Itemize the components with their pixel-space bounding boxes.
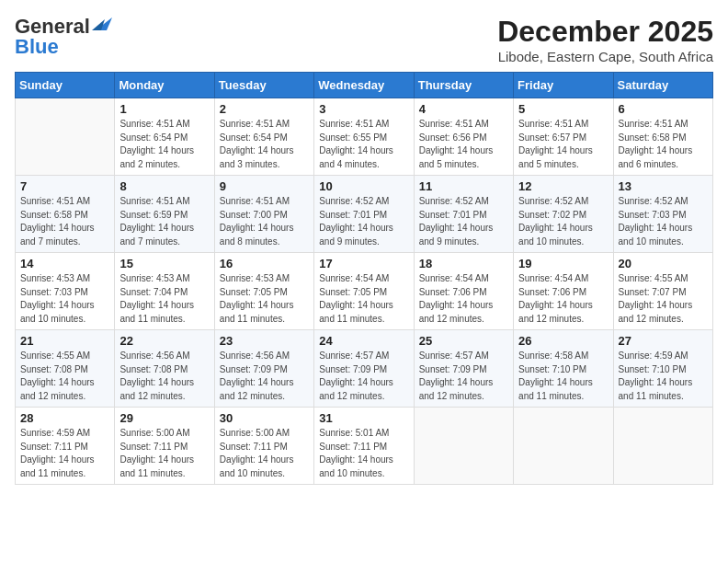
day-number: 19 [518, 257, 608, 270]
title-area: December 2025 Libode, Eastern Cape, Sout… [497, 15, 713, 64]
day-number: 22 [119, 334, 209, 348]
day-detail: Sunrise: 4:52 AM Sunset: 7:03 PM Dayligh… [619, 195, 708, 248]
day-number: 3 [319, 102, 408, 116]
day-number: 2 [220, 102, 309, 116]
weekday-header: Sunday [16, 73, 115, 98]
calendar-cell: 7Sunrise: 4:51 AM Sunset: 6:58 PM Daylig… [16, 176, 115, 253]
day-detail: Sunrise: 4:56 AM Sunset: 7:09 PM Dayligh… [220, 350, 309, 403]
calendar-cell: 2Sunrise: 4:51 AM Sunset: 6:54 PM Daylig… [214, 98, 313, 176]
day-detail: Sunrise: 4:59 AM Sunset: 7:11 PM Dayligh… [20, 427, 109, 480]
weekday-header: Tuesday [214, 73, 313, 98]
header: General Blue December 2025 Libode, Easte… [15, 15, 713, 64]
day-number: 17 [319, 257, 408, 270]
calendar-cell: 23Sunrise: 4:56 AM Sunset: 7:09 PM Dayli… [214, 330, 313, 408]
day-detail: Sunrise: 4:54 AM Sunset: 7:06 PM Dayligh… [419, 272, 508, 326]
calendar-cell: 9Sunrise: 4:51 AM Sunset: 7:00 PM Daylig… [214, 176, 313, 253]
day-number: 31 [319, 411, 408, 425]
calendar-cell [613, 408, 712, 485]
calendar-cell: 16Sunrise: 4:53 AM Sunset: 7:05 PM Dayli… [214, 253, 313, 330]
day-detail: Sunrise: 4:52 AM Sunset: 7:01 PM Dayligh… [319, 195, 408, 248]
day-detail: Sunrise: 4:57 AM Sunset: 7:09 PM Dayligh… [319, 350, 408, 403]
day-detail: Sunrise: 4:51 AM Sunset: 6:56 PM Dayligh… [419, 118, 508, 171]
day-number: 29 [119, 411, 209, 425]
calendar-cell: 21Sunrise: 4:55 AM Sunset: 7:08 PM Dayli… [16, 330, 115, 408]
calendar-cell: 25Sunrise: 4:57 AM Sunset: 7:09 PM Dayli… [414, 330, 513, 408]
day-detail: Sunrise: 4:51 AM Sunset: 7:00 PM Dayligh… [220, 195, 309, 248]
calendar-cell: 26Sunrise: 4:58 AM Sunset: 7:10 PM Dayli… [514, 330, 613, 408]
day-detail: Sunrise: 4:53 AM Sunset: 7:05 PM Dayligh… [220, 272, 309, 326]
day-number: 1 [119, 102, 209, 116]
calendar-cell: 24Sunrise: 4:57 AM Sunset: 7:09 PM Dayli… [314, 330, 414, 408]
day-number: 5 [518, 102, 608, 116]
calendar-cell: 10Sunrise: 4:52 AM Sunset: 7:01 PM Dayli… [314, 176, 414, 253]
weekday-header: Saturday [613, 73, 712, 98]
calendar-cell: 15Sunrise: 4:53 AM Sunset: 7:04 PM Dayli… [115, 253, 214, 330]
calendar-cell: 18Sunrise: 4:54 AM Sunset: 7:06 PM Dayli… [414, 253, 513, 330]
day-number: 12 [518, 179, 608, 193]
day-detail: Sunrise: 4:52 AM Sunset: 7:02 PM Dayligh… [518, 195, 608, 248]
calendar-cell: 20Sunrise: 4:55 AM Sunset: 7:07 PM Dayli… [613, 253, 712, 330]
weekday-header: Wednesday [314, 73, 414, 98]
calendar-cell: 1Sunrise: 4:51 AM Sunset: 6:54 PM Daylig… [115, 98, 214, 176]
calendar-cell: 4Sunrise: 4:51 AM Sunset: 6:56 PM Daylig… [414, 98, 513, 176]
day-number: 18 [419, 257, 508, 270]
weekday-header: Thursday [414, 73, 513, 98]
day-detail: Sunrise: 4:59 AM Sunset: 7:10 PM Dayligh… [619, 350, 708, 403]
day-detail: Sunrise: 5:00 AM Sunset: 7:11 PM Dayligh… [220, 427, 309, 480]
day-detail: Sunrise: 4:51 AM Sunset: 6:59 PM Dayligh… [119, 195, 209, 248]
day-number: 6 [619, 102, 708, 116]
day-number: 8 [119, 179, 209, 193]
day-detail: Sunrise: 4:51 AM Sunset: 6:54 PM Dayligh… [119, 118, 209, 171]
day-detail: Sunrise: 4:54 AM Sunset: 7:05 PM Dayligh… [319, 272, 408, 326]
calendar-cell: 8Sunrise: 4:51 AM Sunset: 6:59 PM Daylig… [115, 176, 214, 253]
weekday-header: Monday [115, 73, 214, 98]
calendar-cell: 31Sunrise: 5:01 AM Sunset: 7:11 PM Dayli… [314, 408, 414, 485]
day-detail: Sunrise: 4:51 AM Sunset: 6:57 PM Dayligh… [518, 118, 608, 171]
location-title: Libode, Eastern Cape, South Africa [497, 49, 713, 64]
day-detail: Sunrise: 4:58 AM Sunset: 7:10 PM Dayligh… [518, 350, 608, 403]
calendar-cell: 6Sunrise: 4:51 AM Sunset: 6:58 PM Daylig… [613, 98, 712, 176]
day-detail: Sunrise: 4:55 AM Sunset: 7:08 PM Dayligh… [20, 350, 109, 403]
day-number: 16 [220, 257, 309, 270]
day-detail: Sunrise: 4:51 AM Sunset: 6:58 PM Dayligh… [619, 118, 708, 171]
calendar-cell [414, 408, 513, 485]
calendar-cell: 17Sunrise: 4:54 AM Sunset: 7:05 PM Dayli… [314, 253, 414, 330]
day-detail: Sunrise: 4:54 AM Sunset: 7:06 PM Dayligh… [518, 272, 608, 326]
calendar-cell [514, 408, 613, 485]
day-detail: Sunrise: 4:51 AM Sunset: 6:54 PM Dayligh… [220, 118, 309, 171]
day-detail: Sunrise: 4:51 AM Sunset: 6:55 PM Dayligh… [319, 118, 408, 171]
day-detail: Sunrise: 4:57 AM Sunset: 7:09 PM Dayligh… [419, 350, 508, 403]
calendar-cell: 14Sunrise: 4:53 AM Sunset: 7:03 PM Dayli… [16, 253, 115, 330]
day-number: 26 [518, 334, 608, 348]
day-number: 10 [319, 179, 408, 193]
day-detail: Sunrise: 5:01 AM Sunset: 7:11 PM Dayligh… [319, 427, 408, 480]
logo: General Blue [15, 15, 112, 59]
calendar-cell: 29Sunrise: 5:00 AM Sunset: 7:11 PM Dayli… [115, 408, 214, 485]
calendar-cell: 30Sunrise: 5:00 AM Sunset: 7:11 PM Dayli… [214, 408, 313, 485]
calendar-cell: 28Sunrise: 4:59 AM Sunset: 7:11 PM Dayli… [16, 408, 115, 485]
weekday-header: Friday [514, 73, 613, 98]
calendar-cell [16, 98, 115, 176]
day-detail: Sunrise: 4:53 AM Sunset: 7:04 PM Dayligh… [119, 272, 209, 326]
calendar-cell: 13Sunrise: 4:52 AM Sunset: 7:03 PM Dayli… [613, 176, 712, 253]
calendar-cell: 27Sunrise: 4:59 AM Sunset: 7:10 PM Dayli… [613, 330, 712, 408]
day-detail: Sunrise: 4:55 AM Sunset: 7:07 PM Dayligh… [619, 272, 708, 326]
calendar-cell: 11Sunrise: 4:52 AM Sunset: 7:01 PM Dayli… [414, 176, 513, 253]
day-number: 23 [220, 334, 309, 348]
day-detail: Sunrise: 4:52 AM Sunset: 7:01 PM Dayligh… [419, 195, 508, 248]
day-detail: Sunrise: 4:51 AM Sunset: 6:58 PM Dayligh… [20, 195, 109, 248]
logo-blue: Blue [15, 35, 59, 59]
calendar: SundayMondayTuesdayWednesdayThursdayFrid… [15, 72, 713, 485]
day-number: 14 [20, 257, 109, 270]
day-number: 25 [419, 334, 508, 348]
logo-icon [92, 14, 112, 32]
month-title: December 2025 [497, 15, 713, 49]
day-number: 15 [119, 257, 209, 270]
day-number: 13 [619, 179, 708, 193]
calendar-cell: 5Sunrise: 4:51 AM Sunset: 6:57 PM Daylig… [514, 98, 613, 176]
calendar-cell: 22Sunrise: 4:56 AM Sunset: 7:08 PM Dayli… [115, 330, 214, 408]
calendar-cell: 19Sunrise: 4:54 AM Sunset: 7:06 PM Dayli… [514, 253, 613, 330]
day-number: 7 [20, 179, 109, 193]
day-number: 9 [220, 179, 309, 193]
day-number: 28 [20, 411, 109, 425]
